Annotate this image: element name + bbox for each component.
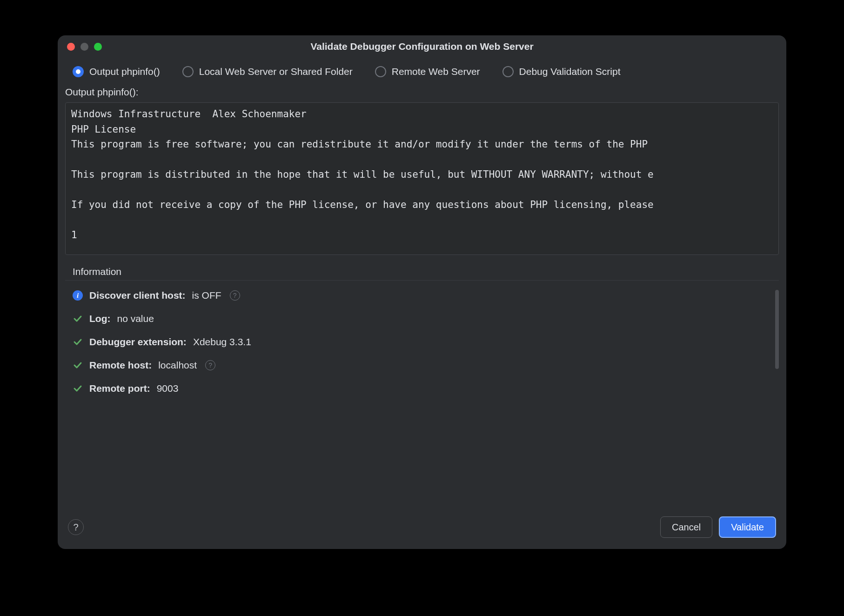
radio-debug-validation-script[interactable]: Debug Validation Script [502,66,621,77]
info-key: Remote port: [89,383,150,394]
radio-label: Local Web Server or Shared Folder [199,66,353,77]
info-key: Log: [89,313,110,324]
info-row-debugger-extension: Debugger extension: Xdebug 3.3.1 [73,336,771,348]
mode-radio-group: Output phpinfo() Local Web Server or Sha… [58,58,786,87]
check-icon [73,337,83,347]
info-value: no value [117,313,154,324]
minimize-window-button[interactable] [80,43,88,51]
info-value: localhost [158,360,197,371]
radio-icon [73,66,84,77]
radio-label: Output phpinfo() [89,66,160,77]
info-icon: i [73,290,83,301]
output-phpinfo-label: Output phpinfo(): [58,87,786,102]
close-window-button[interactable] [67,43,75,51]
help-button[interactable]: ? [68,519,84,535]
radio-icon [375,66,386,77]
info-value: Xdebug 3.3.1 [193,336,251,348]
check-icon [73,314,83,324]
titlebar: Validate Debugger Configuration on Web S… [58,35,786,58]
dialog-footer: ? Cancel Validate [58,507,786,549]
information-panel: i Discover client host: is OFF ? Log: no… [65,281,779,398]
radio-local-web-server[interactable]: Local Web Server or Shared Folder [182,66,353,77]
dialog-title: Validate Debugger Configuration on Web S… [65,41,779,52]
info-key: Remote host: [89,360,152,371]
info-key: Debugger extension: [89,336,187,348]
help-icon[interactable]: ? [205,360,215,370]
cancel-button[interactable]: Cancel [660,516,712,538]
radio-output-phpinfo[interactable]: Output phpinfo() [73,66,160,77]
information-header: Information [65,255,779,281]
info-row-log: Log: no value [73,313,771,324]
info-key: Discover client host: [89,290,186,301]
info-row-discover-client-host: i Discover client host: is OFF ? [73,290,771,301]
help-icon[interactable]: ? [230,290,240,301]
validate-debugger-dialog: Validate Debugger Configuration on Web S… [58,35,786,549]
information-list: i Discover client host: is OFF ? Log: no… [73,290,771,394]
info-value: 9003 [157,383,179,394]
info-row-remote-port: Remote port: 9003 [73,383,771,394]
info-row-remote-host: Remote host: localhost ? [73,360,771,371]
information-scrollbar[interactable] [775,290,779,369]
check-icon [73,360,83,370]
radio-remote-web-server[interactable]: Remote Web Server [375,66,480,77]
radio-label: Remote Web Server [392,66,480,77]
phpinfo-output-textarea[interactable]: Windows Infrastructure Alex Schoenmaker … [65,102,779,255]
radio-label: Debug Validation Script [519,66,621,77]
info-value: is OFF [192,290,221,301]
window-controls [67,43,102,51]
zoom-window-button[interactable] [94,43,102,51]
radio-icon [502,66,514,77]
validate-button[interactable]: Validate [719,516,776,538]
radio-icon [182,66,194,77]
check-icon [73,383,83,394]
